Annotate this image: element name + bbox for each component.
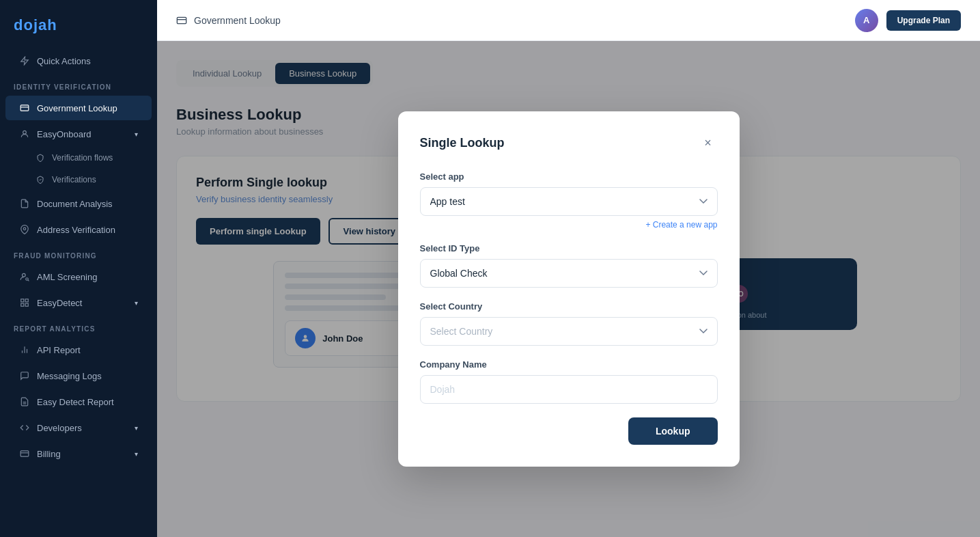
modal-close-btn[interactable]: × (699, 133, 718, 152)
shield-icon (36, 153, 45, 163)
logo: dojah (0, 0, 157, 48)
modal-footer: Lookup (420, 417, 718, 445)
breadcrumb-icon (176, 15, 187, 26)
modal-title: Single Lookup (420, 136, 505, 150)
modal-header: Single Lookup × (420, 133, 718, 152)
lookup-submit-btn[interactable]: Lookup (628, 417, 718, 445)
avatar: A (855, 9, 878, 32)
billing-icon (19, 448, 30, 459)
sidebar-item-verification-flows[interactable]: Verification flows (5, 148, 152, 168)
sidebar-item-api-report[interactable]: API Report (5, 338, 152, 362)
sidebar: dojah Quick Actions IDENTITY VERIFICATIO… (0, 0, 157, 537)
sidebar-item-billing[interactable]: Billing ▾ (5, 441, 152, 466)
person-search-icon (19, 271, 30, 282)
svg-point-6 (26, 278, 29, 281)
code-icon (19, 422, 30, 433)
location-icon (19, 224, 30, 235)
sidebar-item-verifications[interactable]: Verifications (5, 169, 152, 190)
select-id-type-label: Select ID Type (420, 243, 718, 253)
easydetect-arrow-icon: ▾ (135, 299, 138, 307)
select-country-group: Select Country Select Country Nigeria Gh… (420, 301, 718, 346)
shield-check-icon (36, 175, 45, 184)
topbar-actions: A Upgrade Plan (855, 9, 961, 32)
identity-verification-section: IDENTITY VERIFICATION (0, 74, 157, 95)
sidebar-item-government-lookup[interactable]: Government Lookup (5, 96, 152, 120)
create-new-app-link[interactable]: + Create a new app (420, 220, 718, 230)
select-id-type-dropdown[interactable]: Global Check RC Number Business Name (420, 259, 718, 288)
grid-icon (19, 297, 30, 308)
report-analytics-section: REPORT ANALYTICS (0, 316, 157, 337)
select-country-label: Select Country (420, 301, 718, 312)
select-app-label: Select app (420, 171, 718, 182)
chart-icon (19, 344, 30, 355)
topbar-breadcrumb: Government Lookup (176, 15, 281, 26)
developers-arrow-icon: ▾ (135, 424, 138, 432)
sidebar-item-easy-detect-report[interactable]: Easy Detect Report (5, 389, 152, 414)
svg-rect-11 (25, 303, 28, 306)
svg-rect-8 (21, 299, 24, 302)
fraud-monitoring-section: FRAUD MONITORING (0, 243, 157, 264)
single-lookup-modal: Single Lookup × Select app App test App … (398, 111, 740, 467)
breadcrumb-text: Government Lookup (194, 15, 281, 26)
svg-rect-9 (25, 299, 28, 302)
svg-rect-17 (20, 451, 29, 456)
svg-point-5 (23, 273, 26, 277)
svg-point-4 (23, 228, 26, 230)
company-name-group: Company Name (420, 359, 718, 404)
sidebar-item-easyonboard[interactable]: EasyOnboard ▾ (5, 122, 152, 146)
select-country-dropdown[interactable]: Select Country Nigeria Ghana Kenya South… (420, 317, 718, 346)
sidebar-item-address-verification[interactable]: Address Verification (5, 217, 152, 242)
topbar: Government Lookup A Upgrade Plan (157, 0, 980, 41)
content-area: Individual Lookup Business Lookup Busine… (157, 41, 980, 537)
sidebar-item-quick-actions[interactable]: Quick Actions (5, 49, 152, 73)
card-icon (19, 102, 30, 113)
select-app-dropdown[interactable]: App test App production App staging (420, 187, 718, 216)
svg-marker-0 (21, 57, 29, 65)
person-icon (19, 128, 30, 139)
main-content: Government Lookup A Upgrade Plan Individ… (157, 0, 980, 537)
company-name-input[interactable] (420, 375, 718, 404)
svg-rect-1 (20, 105, 29, 111)
svg-rect-19 (177, 17, 186, 23)
select-app-group: Select app App test App production App s… (420, 171, 718, 230)
billing-arrow-icon: ▾ (135, 450, 138, 458)
svg-rect-10 (21, 303, 24, 306)
sidebar-item-messaging-logs[interactable]: Messaging Logs (5, 363, 152, 388)
sidebar-item-easydetect[interactable]: EasyDetect ▾ (5, 290, 152, 315)
sidebar-item-aml-screening[interactable]: AML Screening (5, 264, 152, 289)
lightning-icon (19, 55, 30, 66)
report-icon (19, 396, 30, 407)
upgrade-btn[interactable]: Upgrade Plan (886, 10, 961, 31)
easyonboard-arrow-icon: ▾ (135, 130, 138, 138)
company-name-label: Company Name (420, 359, 718, 370)
message-icon (19, 370, 30, 381)
sidebar-item-document-analysis[interactable]: Document Analysis (5, 191, 152, 216)
svg-line-7 (28, 280, 29, 281)
select-id-type-group: Select ID Type Global Check RC Number Bu… (420, 243, 718, 288)
modal-overlay[interactable]: Single Lookup × Select app App test App … (157, 41, 980, 537)
svg-point-3 (23, 130, 27, 134)
document-icon (19, 198, 30, 209)
sidebar-item-developers[interactable]: Developers ▾ (5, 415, 152, 440)
